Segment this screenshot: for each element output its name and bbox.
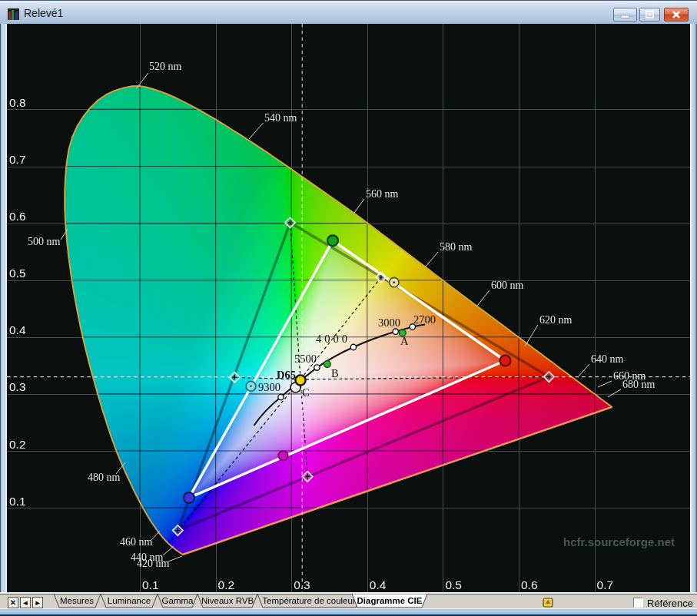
svg-text:680 nm: 680 nm [622,379,656,390]
svg-text:560 nm: 560 nm [366,188,399,200]
svg-text:3000: 3000 [378,316,400,329]
svg-text:2700: 2700 [413,313,436,326]
svg-text:Température de couleur: Température de couleur [262,596,356,605]
svg-text:B: B [331,367,339,379]
svg-text:Luminance: Luminance [108,596,151,605]
svg-text:5500: 5500 [294,353,317,365]
svg-text:480 nm: 480 nm [88,472,121,483]
svg-text:0.7: 0.7 [597,578,614,591]
svg-text:D65: D65 [277,369,296,381]
svg-text:0.3: 0.3 [294,578,310,591]
svg-text:520 nm: 520 nm [149,61,182,72]
svg-text:hcfr.sourceforge.net: hcfr.sourceforge.net [563,535,675,548]
svg-text:Diagramme CIE: Diagramme CIE [357,596,422,605]
svg-text:0.5: 0.5 [9,267,26,280]
svg-text:Niveaux RVB: Niveaux RVB [201,596,254,605]
svg-text:460 nm: 460 nm [120,536,153,548]
svg-text:Mesures: Mesures [60,596,94,605]
svg-text:540 nm: 540 nm [264,112,297,124]
svg-text:0.7: 0.7 [9,153,26,166]
svg-text:0.1: 0.1 [9,495,26,508]
svg-text:0.8: 0.8 [9,96,26,109]
svg-text:0.2: 0.2 [9,438,26,451]
svg-text:0.6: 0.6 [521,578,538,591]
svg-text:0.1: 0.1 [142,578,159,591]
svg-text:500 nm: 500 nm [28,236,61,247]
svg-text:Gamma: Gamma [162,596,194,605]
svg-text:640 nm: 640 nm [591,353,624,365]
svg-text:0.2: 0.2 [218,578,235,591]
svg-text:0.5: 0.5 [445,578,462,591]
svg-text:0.4: 0.4 [9,323,26,336]
svg-text:600 nm: 600 nm [491,280,524,291]
svg-text:620 nm: 620 nm [539,314,573,326]
svg-text:9300: 9300 [258,381,280,393]
svg-text:0.6: 0.6 [9,210,26,223]
svg-text:4000: 4000 [316,333,350,345]
svg-text:580 nm: 580 nm [440,241,473,253]
svg-text:A: A [400,335,409,347]
svg-text:C: C [302,386,310,399]
svg-text:0.4: 0.4 [370,578,387,591]
svg-text:420 nm: 420 nm [137,558,170,569]
svg-text:0.3: 0.3 [9,380,26,393]
